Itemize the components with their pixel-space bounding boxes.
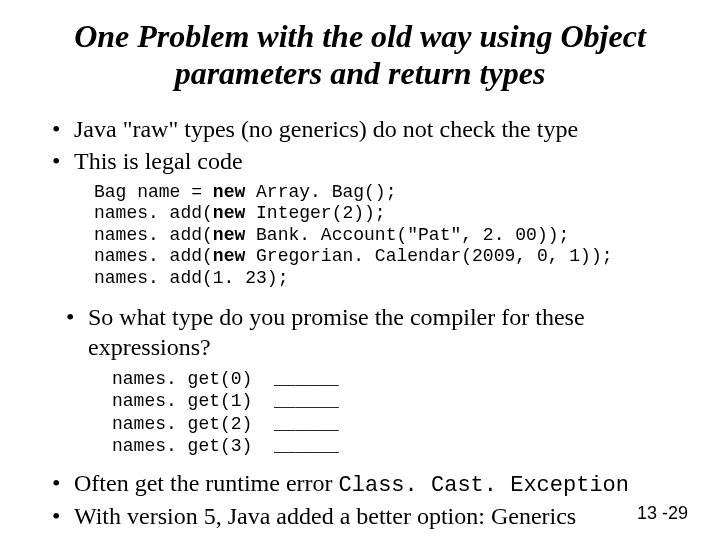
page-number: 13 -29 [637, 503, 688, 524]
code-line: names. add(new Bank. Account("Pat", 2. 0… [94, 225, 569, 245]
slide: One Problem with the old way using Objec… [0, 0, 720, 540]
inline-code: Class. Cast. Exception [339, 473, 629, 498]
code-block-1: Bag name = new Array. Bag(); names. add(… [94, 182, 690, 290]
keyword-new: new [213, 246, 245, 266]
code-line: names. get(3) ______ [112, 436, 339, 456]
keyword-new: new [213, 182, 245, 202]
bullet-list-1: Java "raw" types (no generics) do not ch… [30, 114, 690, 176]
bullet-item: So what type do you promise the compiler… [66, 302, 690, 362]
bullet-item: With version 5, Java added a better opti… [52, 501, 690, 531]
code-line: names. get(2) ______ [112, 414, 339, 434]
bullet-item: This is legal code [52, 146, 690, 176]
bullet-item: Java "raw" types (no generics) do not ch… [52, 114, 690, 144]
code-line: names. get(0) ______ [112, 369, 339, 389]
code-line: names. add(1. 23); [94, 268, 288, 288]
bullet-list-3: Often get the runtime error Class. Cast.… [30, 468, 690, 532]
keyword-new: new [213, 225, 245, 245]
code-block-2: names. get(0) ______ names. get(1) _____… [112, 368, 690, 458]
code-line: Bag name = new Array. Bag(); [94, 182, 396, 202]
bullet-list-2: So what type do you promise the compiler… [30, 302, 690, 362]
code-line: names. add(new Gregorian. Calendar(2009,… [94, 246, 613, 266]
keyword-new: new [213, 203, 245, 223]
slide-title: One Problem with the old way using Objec… [30, 18, 690, 92]
code-line: names. add(new Integer(2)); [94, 203, 386, 223]
code-line: names. get(1) ______ [112, 391, 339, 411]
bullet-item: Often get the runtime error Class. Cast.… [52, 468, 690, 500]
